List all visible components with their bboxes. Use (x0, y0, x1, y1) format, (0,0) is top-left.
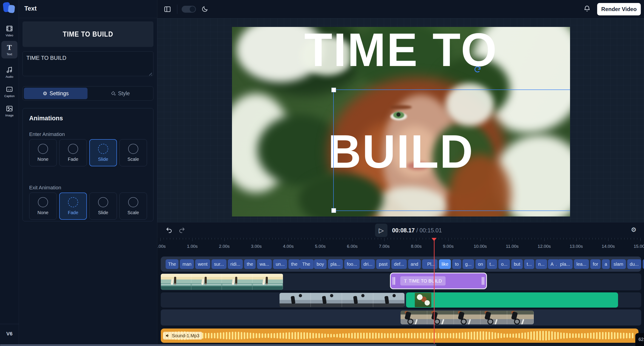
word-chip[interactable]: the (244, 259, 256, 269)
waveform-bar (333, 334, 335, 337)
tab-style[interactable]: Style (88, 88, 152, 99)
panel-toggle-icon[interactable] (164, 6, 171, 13)
word-chip-active[interactable]: like (439, 259, 451, 269)
playhead[interactable] (434, 238, 434, 344)
video-thumbnail (400, 310, 427, 324)
word-chip[interactable]: def... (391, 259, 406, 269)
theme-toggle[interactable] (182, 6, 196, 13)
audio-clip[interactable]: Sound-1.Mp3 (161, 328, 638, 343)
rotate-handle-icon[interactable] (474, 66, 482, 73)
word-chip[interactable]: A (548, 259, 556, 269)
word-chip[interactable]: The (300, 259, 312, 269)
word-chip[interactable]: t... (524, 259, 534, 269)
moon-icon[interactable] (202, 6, 208, 13)
scrollbar-thumb[interactable] (0, 344, 436, 346)
exit-animation-option-none[interactable]: None (29, 193, 57, 220)
cycling-video-clip[interactable] (400, 310, 534, 324)
sidebar-item-video[interactable]: Video (2, 22, 18, 40)
text-style-preview[interactable]: TIME TO BUILD (22, 21, 154, 47)
waveform-bar (274, 333, 275, 338)
textarea-resize-grip[interactable] (149, 72, 152, 75)
notifications-bell-icon[interactable] (583, 5, 591, 13)
text-clip[interactable]: T TIME TO BUILD (390, 273, 487, 289)
ruler-tick (180, 238, 180, 240)
render-video-button[interactable]: Render Video (597, 3, 641, 16)
word-chip[interactable]: to (452, 259, 461, 269)
word-chip[interactable]: Pl... (425, 259, 438, 269)
sidebar-item-text[interactable]: TText (2, 41, 18, 58)
word-chip[interactable]: boy (314, 259, 326, 269)
sidebar-item-audio[interactable]: Audio (2, 64, 18, 81)
word-chip[interactable]: went (195, 259, 210, 269)
word-chip[interactable]: man (180, 259, 194, 269)
word-chip[interactable]: the (288, 259, 300, 269)
surfer-video-clip[interactable] (161, 274, 283, 290)
waveform-bar (572, 333, 574, 338)
enter-animation-option-none[interactable]: None (29, 139, 57, 166)
ruler-tick (381, 238, 381, 240)
text-preview-label: TIME TO BUILD (63, 30, 113, 38)
waveform-bar (450, 333, 451, 338)
word-chip[interactable]: foo... (344, 259, 360, 269)
enter-animation-option-scale[interactable]: Scale (120, 139, 147, 166)
selection-handle-bottom-left[interactable] (332, 208, 336, 213)
exit-animation-option-slide[interactable]: Slide (89, 193, 117, 220)
word-chip[interactable]: slam (611, 259, 626, 269)
word-chip[interactable]: lea... (574, 259, 589, 269)
word-chip[interactable]: but (511, 259, 523, 269)
tab-settings[interactable]: ⚙Settings (24, 88, 88, 99)
rail-divider (0, 324, 19, 324)
word-chip[interactable]: o... (498, 259, 510, 269)
football-video-clip[interactable] (280, 293, 404, 307)
play-button[interactable]: ▷ (375, 224, 388, 237)
word-chip[interactable]: du... (627, 259, 641, 269)
word-chip[interactable]: pla... (558, 259, 572, 269)
app-logo-icon[interactable] (3, 2, 16, 13)
clip-trim-handle-left[interactable] (392, 277, 395, 285)
word-chip[interactable]: un... (273, 259, 287, 269)
waveform-bar (378, 333, 380, 339)
word-chip[interactable]: n... (536, 259, 547, 269)
ruler-tick (301, 238, 301, 240)
ruler-tick (333, 238, 333, 240)
word-chip[interactable]: g... (462, 259, 474, 269)
waveform-bar (220, 332, 222, 339)
word-chip[interactable]: t... (487, 259, 497, 269)
ruler-tick (410, 238, 410, 240)
word-chip[interactable]: the (642, 259, 644, 269)
exit-animation-options: NoneFadeSlideScale (29, 193, 147, 220)
word-chip[interactable]: and (408, 259, 421, 269)
word-chip[interactable]: sur... (212, 259, 226, 269)
word-chip[interactable]: pla... (328, 259, 343, 269)
video-canvas[interactable]: TIME TO BUILD (232, 27, 570, 217)
ruler-tick (359, 238, 359, 240)
undo-icon[interactable] (166, 227, 172, 234)
enter-animation-option-slide[interactable]: Slide (89, 139, 117, 166)
text-content-input[interactable] (22, 51, 154, 76)
redo-icon[interactable] (178, 227, 185, 234)
word-chip[interactable]: ridi... (228, 259, 243, 269)
exit-animation-option-fade[interactable]: Fade (59, 193, 87, 220)
sidebar-item-caption[interactable]: Caption (2, 83, 18, 100)
word-chip[interactable]: The (166, 259, 178, 269)
waveform-bar (238, 332, 239, 339)
text-selection-box[interactable] (333, 89, 570, 211)
flowers-video-clip[interactable] (406, 292, 618, 308)
ruler-label: 5.00s (315, 244, 326, 249)
enter-animation-option-fade[interactable]: Fade (59, 139, 87, 166)
waveform-bar (557, 332, 559, 339)
exit-animation-option-scale[interactable]: Scale (120, 193, 147, 220)
word-chip[interactable]: past (376, 259, 390, 269)
timeline-settings-gear-icon[interactable]: ⚙ (631, 226, 636, 234)
waveform-bar (292, 332, 293, 339)
word-chip[interactable]: a (602, 259, 610, 269)
horizontal-scrollbar[interactable] (0, 344, 644, 346)
selection-handle-top-left[interactable] (332, 88, 336, 92)
word-chip[interactable]: for (590, 259, 600, 269)
sidebar-item-image[interactable]: Image (2, 102, 18, 120)
word-chip[interactable]: wa... (257, 259, 272, 269)
clip-trim-handle-right[interactable] (482, 277, 484, 285)
word-chip[interactable]: dri... (361, 259, 375, 269)
word-chip[interactable]: on (476, 259, 486, 269)
waveform-bar (321, 333, 323, 338)
